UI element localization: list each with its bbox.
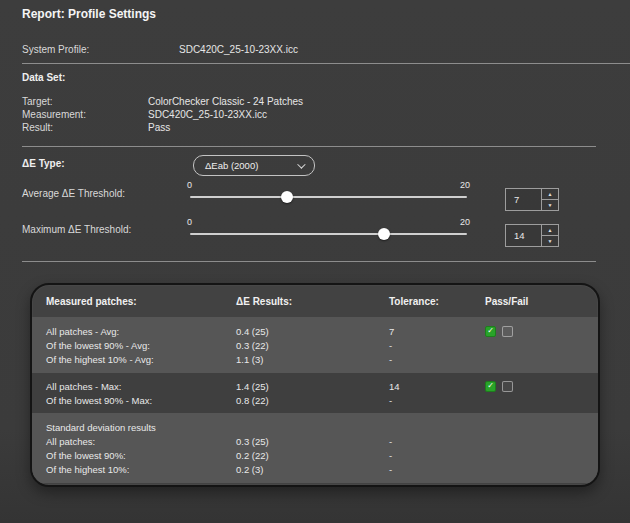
maximum-threshold-spinner: 14 ▲ ▼ <box>505 224 559 247</box>
table-row: Standard deviation results <box>32 420 598 434</box>
table-row: All patches - Avg: 0.4 (25) 7 ✓ <box>32 324 598 338</box>
header-tolerance: Tolerance: <box>389 296 485 307</box>
average-threshold-slider[interactable]: 0 20 <box>190 180 467 208</box>
slider-handle[interactable] <box>378 228 390 240</box>
row-result: 0.8 (22) <box>236 395 389 406</box>
arrow-down-icon: ▼ <box>548 238 553 244</box>
pass-checkbox-checked[interactable]: ✓ <box>485 326 496 337</box>
check-icon: ✓ <box>487 327 494 335</box>
fail-checkbox-unchecked[interactable] <box>502 381 513 392</box>
table-row: Of the lowest 90% - Avg: 0.3 (22) - <box>32 338 598 352</box>
maximum-threshold-input[interactable]: 14 <box>506 225 541 246</box>
table-row: Of the highest 10% - Avg: 1.1 (3) - <box>32 352 598 366</box>
max-results-group: All patches - Max: 1.4 (25) 14 ✓ Of the … <box>32 373 598 413</box>
row-tolerance: - <box>389 436 485 447</box>
arrow-down-icon: ▼ <box>548 202 553 208</box>
row-tolerance: - <box>389 354 485 365</box>
row-tolerance: 7 <box>389 326 485 337</box>
delta-e-type-selected-value: ΔEab (2000) <box>205 160 258 171</box>
results-panel: Measured patches: ΔE Results: Tolerance:… <box>30 283 600 487</box>
row-tolerance: 14 <box>389 381 485 392</box>
spinner-buttons: ▲ ▼ <box>541 225 558 246</box>
slider-track[interactable] <box>190 233 467 235</box>
row-label: Of the lowest 90% - Max: <box>46 395 236 406</box>
row-label: Standard deviation results <box>46 422 236 433</box>
measurement-value: SDC420C_25-10-23XX.icc <box>148 109 267 120</box>
table-row: All patches - Max: 1.4 (25) 14 ✓ <box>32 379 598 393</box>
result-value: Pass <box>148 122 170 133</box>
slider-track[interactable] <box>190 196 467 198</box>
row-result: 0.3 (22) <box>236 340 389 351</box>
divider <box>22 63 630 64</box>
header-measured-patches: Measured patches: <box>46 296 236 307</box>
spinner-buttons: ▲ ▼ <box>541 189 558 210</box>
maximum-threshold-slider[interactable]: 0 20 <box>190 217 467 245</box>
target-value: ColorChecker Classic - 24 Patches <box>148 96 303 107</box>
row-tolerance: - <box>389 450 485 461</box>
average-threshold-input[interactable]: 7 <box>506 189 541 210</box>
row-result: 0.3 (25) <box>236 436 389 447</box>
row-label: Of the lowest 90%: <box>46 450 236 461</box>
row-tolerance: - <box>389 464 485 475</box>
page-title: Report: Profile Settings <box>22 7 156 21</box>
table-row: All patches: 0.3 (25) - <box>32 434 598 448</box>
table-row: Of the lowest 90%: 0.2 (22) - <box>32 448 598 462</box>
spinner-up-button[interactable]: ▲ <box>542 189 558 200</box>
row-tolerance: - <box>389 395 485 406</box>
check-icon: ✓ <box>487 382 494 390</box>
data-set-heading: Data Set: <box>22 72 65 83</box>
arrow-up-icon: ▲ <box>548 191 553 197</box>
spinner-down-button[interactable]: ▼ <box>542 236 558 246</box>
row-result: 0.2 (22) <box>236 450 389 461</box>
row-label: All patches - Max: <box>46 381 236 392</box>
target-label: Target: <box>22 96 53 107</box>
system-profile-value: SDC420C_25-10-23XX.icc <box>179 44 298 55</box>
chevron-down-icon <box>297 160 305 168</box>
row-label: Of the lowest 90% - Avg: <box>46 340 236 351</box>
arrow-up-icon: ▲ <box>548 227 553 233</box>
row-result: 0.4 (25) <box>236 326 389 337</box>
fail-checkbox-unchecked[interactable] <box>502 326 513 337</box>
row-label: All patches - Avg: <box>46 326 236 337</box>
spinner-up-button[interactable]: ▲ <box>542 225 558 236</box>
avg-results-group: All patches - Avg: 0.4 (25) 7 ✓ Of the l… <box>32 317 598 373</box>
divider <box>22 261 596 262</box>
result-label: Result: <box>22 122 53 133</box>
row-result: 0.2 (3) <box>236 464 389 475</box>
divider <box>22 146 596 147</box>
slider-handle[interactable] <box>281 191 293 203</box>
table-row: Of the highest 10%: 0.2 (3) - <box>32 462 598 476</box>
report-profile-settings-window: Report: Profile Settings System Profile:… <box>0 0 630 523</box>
slider-max-label: 20 <box>460 217 470 227</box>
header-delta-e-results: ΔE Results: <box>236 296 389 307</box>
average-threshold-label: Average ΔE Threshold: <box>22 188 125 199</box>
measurement-label: Measurement: <box>22 109 86 120</box>
pass-checkbox-checked[interactable]: ✓ <box>485 381 496 392</box>
slider-min-label: 0 <box>187 180 192 190</box>
delta-e-type-dropdown[interactable]: ΔEab (2000) <box>193 155 315 176</box>
header-pass-fail: Pass/Fail <box>485 296 598 307</box>
average-threshold-spinner: 7 ▲ ▼ <box>505 188 559 211</box>
slider-min-label: 0 <box>187 217 192 227</box>
spinner-down-button[interactable]: ▼ <box>542 200 558 210</box>
delta-e-type-label: ΔE Type: <box>22 158 65 169</box>
table-row: Of the lowest 90% - Max: 0.8 (22) - <box>32 393 598 407</box>
row-label: Of the highest 10%: <box>46 464 236 475</box>
system-profile-label: System Profile: <box>22 44 89 55</box>
row-result: 1.1 (3) <box>236 354 389 365</box>
std-deviation-group: Standard deviation results All patches: … <box>32 413 598 483</box>
row-label: Of the highest 10% - Avg: <box>46 354 236 365</box>
slider-max-label: 20 <box>460 180 470 190</box>
results-table-header: Measured patches: ΔE Results: Tolerance:… <box>32 285 598 317</box>
row-result: 1.4 (25) <box>236 381 389 392</box>
row-label: All patches: <box>46 436 236 447</box>
row-tolerance: - <box>389 340 485 351</box>
maximum-threshold-label: Maximum ΔE Threshold: <box>22 224 131 235</box>
